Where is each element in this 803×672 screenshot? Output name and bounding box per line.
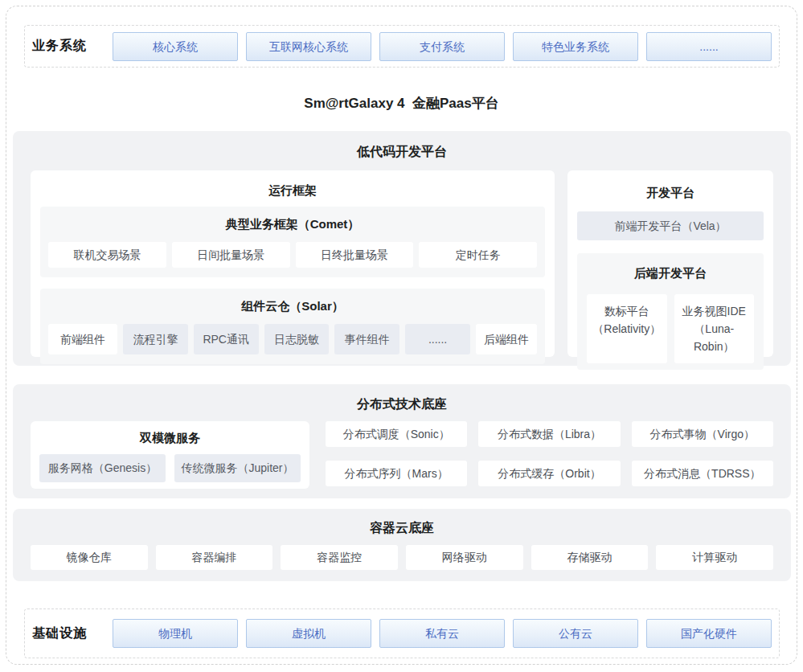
comet-item-eod-batch: 日终批量场景 [296,242,414,268]
dual-mode-item-genesis: 服务网格（Genesis） [39,454,166,482]
comet-item-timer-task: 定时任务 [419,242,537,268]
distributed-content: 双模微服务 服务网格（Genesis） 传统微服务（Jupiter） 分布式调度… [31,421,773,489]
container-item-storage-driver: 存储驱动 [531,545,649,570]
infra-item-virtual-machine: 虚拟机 [246,619,371,648]
runtime-framework-panel: 运行框架 典型业务框架（Comet） 联机交易场景 日间批量场景 日终批量场景 … [31,170,555,357]
distributed-service-mars: 分布式序列（Mars） [326,461,467,486]
infra-item-domestic-hardware: 国产化硬件 [646,619,772,648]
solar-component-title: 组件云仓（Solar） [48,299,537,314]
infra-item-public-cloud: 公有云 [513,619,638,648]
business-systems-label: 业务系统 [32,38,113,55]
distributed-service-sonic: 分布式调度（Sonic） [326,421,467,447]
business-systems-strip: 业务系统 核心系统 互联网核心系统 支付系统 特色业务系统 ...... [24,25,780,68]
container-cloud-section: 容器云底座 镜像仓库 容器编排 容器监控 网络驱动 存储驱动 计算驱动 [13,509,791,581]
comet-framework-panel: 典型业务框架（Comet） 联机交易场景 日间批量场景 日终批量场景 定时任务 [40,207,545,277]
solar-item-more: ...... [405,324,470,354]
dual-mode-microservice-panel: 双模微服务 服务网格（Genesis） 传统微服务（Jupiter） [31,421,309,489]
comet-item-online-trade: 联机交易场景 [48,242,166,268]
dev-platform-title: 开发平台 [577,186,764,201]
business-systems-boxes: 核心系统 互联网核心系统 支付系统 特色业务系统 ...... [113,32,772,61]
backend-item-luna-robin-code: （Luna-Robin） [676,320,753,355]
backend-item-luna-robin-name: 业务视图IDE [676,302,753,320]
frontend-dev-platform-vela: 前端开发平台（Vela） [577,211,764,240]
backend-dev-platform-title: 后端开发平台 [587,266,754,281]
solar-item-process-engine: 流程引擎 [123,324,188,354]
comet-framework-title: 典型业务框架（Comet） [48,217,537,232]
business-system-internet-core: 互联网核心系统 [246,32,371,61]
infrastructure-strip: 基础设施 物理机 虚拟机 私有云 公有云 国产化硬件 [24,608,780,658]
low-code-content: 运行框架 典型业务框架（Comet） 联机交易场景 日间批量场景 日终批量场景 … [31,170,773,357]
low-code-platform-section: 低代码开发平台 运行框架 典型业务框架（Comet） 联机交易场景 日间批量场景… [13,131,791,366]
dev-platform-panel: 开发平台 前端开发平台（Vela） 后端开发平台 数标平台 （Relativit… [567,170,773,357]
container-item-compute-driver: 计算驱动 [656,545,773,570]
infra-item-private-cloud: 私有云 [379,619,505,648]
container-item-orchestration: 容器编排 [156,545,273,570]
infrastructure-label: 基础设施 [32,625,113,642]
business-system-core: 核心系统 [113,32,238,61]
container-cloud-items-row: 镜像仓库 容器编排 容器监控 网络驱动 存储驱动 计算驱动 [31,545,773,570]
business-system-payment: 支付系统 [379,32,505,61]
solar-items-row: 前端组件 流程引擎 RPC通讯 日志脱敏 事件组件 ...... 后端组件 [48,324,537,354]
distributed-service-virgo: 分布式事物（Virgo） [632,421,773,447]
distributed-base-section: 分布式技术底座 双模微服务 服务网格（Genesis） 传统微服务（Jupite… [13,384,791,498]
runtime-framework-title: 运行框架 [40,183,545,199]
distributed-service-tdrss: 分布式消息（TDRSS） [632,461,773,486]
distributed-services-grid: 分布式调度（Sonic） 分布式数据（Libra） 分布式事物（Virgo） 分… [326,421,773,489]
comet-item-day-batch: 日间批量场景 [172,242,290,268]
dual-mode-title: 双模微服务 [39,431,301,446]
backend-item-relativity-name: 数标平台 [588,302,666,320]
backend-item-luna-robin: 业务视图IDE （Luna-Robin） [674,294,755,363]
solar-item-log-masking: 日志脱敏 [264,324,330,354]
infra-item-physical-machine: 物理机 [113,619,238,648]
platform-title: Sm@rtGalaxy 4 金融Paas平台 [0,94,803,113]
business-system-more: ...... [646,32,772,61]
backend-dev-platform-panel: 后端开发平台 数标平台 （Relativity） 业务视图IDE （Luna-R… [577,253,764,370]
architecture-diagram: 业务系统 核心系统 互联网核心系统 支付系统 特色业务系统 ...... Sm@… [0,0,803,672]
solar-item-rpc: RPC通讯 [194,324,259,354]
solar-component-panel: 组件云仓（Solar） 前端组件 流程引擎 RPC通讯 日志脱敏 事件组件 ..… [40,289,545,364]
dual-mode-item-jupiter: 传统微服务（Jupiter） [174,454,301,482]
solar-item-frontend-components: 前端组件 [48,324,117,354]
container-cloud-title: 容器云底座 [13,509,791,537]
distributed-base-title: 分布式技术底座 [13,384,791,413]
distributed-service-libra: 分布式数据（Libra） [478,421,620,447]
container-item-monitoring: 容器监控 [281,545,398,570]
backend-item-relativity-code: （Relativity） [588,320,666,338]
container-item-image-repo: 镜像仓库 [31,545,148,570]
solar-item-backend-components: 后端组件 [476,324,537,354]
backend-item-relativity: 数标平台 （Relativity） [587,294,667,363]
low-code-platform-title: 低代码开发平台 [13,131,791,161]
distributed-service-orbit: 分布式缓存（Orbit） [478,461,620,486]
infrastructure-boxes: 物理机 虚拟机 私有云 公有云 国产化硬件 [113,619,772,648]
solar-item-event-components: 事件组件 [334,324,399,354]
comet-items-row: 联机交易场景 日间批量场景 日终批量场景 定时任务 [48,242,537,268]
container-item-network-driver: 网络驱动 [406,545,523,570]
business-system-special: 特色业务系统 [513,32,638,61]
backend-items-row: 数标平台 （Relativity） 业务视图IDE （Luna-Robin） [587,294,754,363]
dual-mode-items-row: 服务网格（Genesis） 传统微服务（Jupiter） [39,454,301,482]
